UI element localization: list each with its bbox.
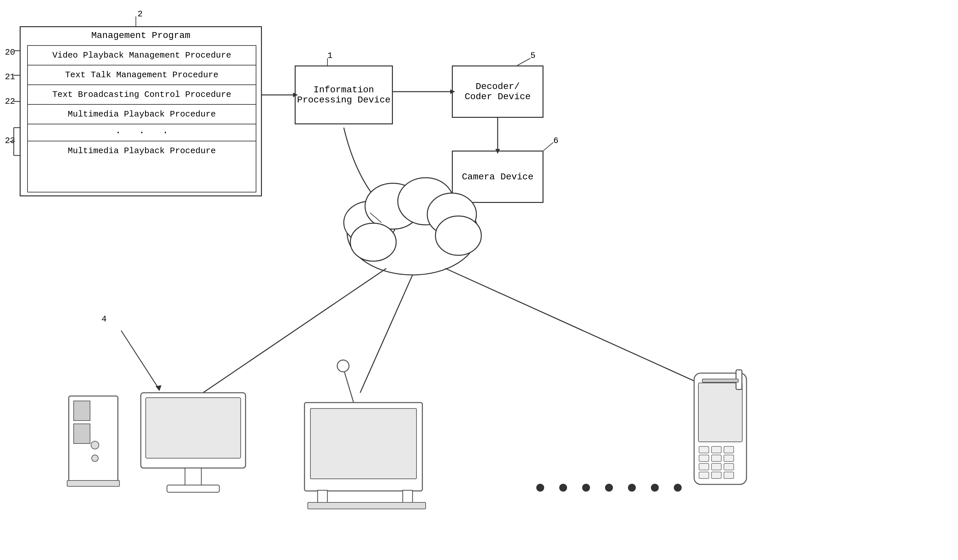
procedure-row-text-talk: Text Talk Management Procedure [28,65,256,85]
svg-rect-58 [724,472,734,478]
svg-marker-35 [155,385,162,391]
svg-rect-44 [698,383,742,442]
svg-rect-37 [310,408,417,479]
svg-line-69 [544,142,554,150]
ref-22: 22 [5,96,15,106]
svg-rect-36 [305,403,422,491]
svg-line-22 [360,275,412,393]
svg-rect-47 [699,446,709,453]
procedure-row-video: Video Playback Management Procedure [28,46,256,65]
svg-rect-39 [403,490,412,503]
svg-point-60 [559,484,567,492]
svg-rect-38 [317,490,327,503]
svg-rect-55 [724,464,734,470]
mgmt-outer-box: Management Program Video Playback Manage… [20,26,262,196]
svg-line-21 [203,268,386,393]
svg-rect-53 [699,464,709,470]
svg-rect-50 [699,455,709,462]
svg-marker-13 [401,220,406,225]
svg-rect-27 [167,485,219,492]
network-label: Network [360,242,404,254]
ref-5: 5 [530,51,536,60]
svg-rect-45 [736,370,742,389]
svg-point-17 [398,178,454,225]
svg-rect-43 [694,373,747,484]
svg-rect-57 [711,472,721,478]
svg-rect-24 [141,393,246,468]
svg-rect-51 [711,455,721,462]
svg-point-62 [605,484,613,492]
svg-rect-26 [185,468,201,486]
svg-rect-29 [74,401,90,421]
svg-point-65 [674,484,682,492]
ref-4: 4 [102,314,107,324]
svg-line-70 [370,213,381,223]
svg-line-23 [445,268,720,393]
mgmt-program-title: Management Program [21,27,261,44]
svg-rect-49 [724,446,734,453]
svg-point-63 [628,484,636,492]
svg-rect-25 [146,398,241,458]
ref-21: 21 [5,72,15,82]
ref-2: 2 [138,9,143,19]
svg-point-59 [536,484,544,492]
camera-box: Camera Device [452,150,544,203]
svg-rect-30 [74,424,90,443]
ref-20: 20 [5,47,15,57]
ref-1: 1 [327,51,333,60]
svg-rect-48 [711,446,721,453]
svg-rect-33 [67,481,119,486]
svg-rect-28 [69,396,118,481]
decoder-box: Decoder/Coder Device [452,65,544,118]
diagram-container: 2 Management Program Video Playback Mana… [0,0,958,560]
svg-rect-56 [699,472,709,478]
svg-point-32 [92,455,98,462]
svg-line-34 [121,331,157,386]
procedure-row-text-broadcast: Text Broadcasting Control Procedure [28,85,256,105]
svg-point-41 [337,360,349,372]
svg-point-61 [582,484,590,492]
mgmt-inner-box: Video Playback Management Procedure Text… [27,45,256,193]
svg-line-40 [344,370,354,403]
decoder-label: Decoder/Coder Device [465,82,531,102]
camera-label: Camera Device [462,172,533,182]
svg-point-64 [651,484,659,492]
procedure-row-multimedia-1: Multimedia Playback Procedure [28,105,256,124]
svg-rect-46 [702,379,738,382]
ref-6: 6 [554,136,558,146]
svg-rect-54 [711,464,721,470]
info-processing-label: InformationProcessing Device [297,85,390,105]
svg-point-19 [435,216,481,255]
svg-rect-52 [724,455,734,462]
svg-rect-42 [308,502,426,509]
ref-23: 23 [5,136,15,146]
procedure-dots: · · · [28,124,256,141]
ref-7: 7 [370,203,375,213]
procedure-row-multimedia-2: Multimedia Playback Procedure [28,141,256,160]
info-processing-box: InformationProcessing Device [295,65,393,124]
svg-line-68 [517,58,530,65]
svg-point-31 [91,441,99,449]
